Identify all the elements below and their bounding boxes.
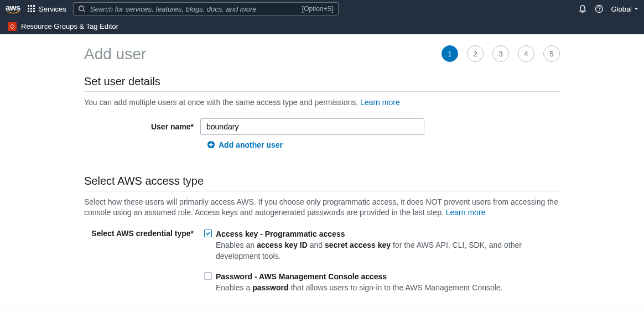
- username-input[interactable]: [200, 118, 424, 135]
- plus-circle-icon: [207, 140, 215, 149]
- main-content: Add user 1 2 3 4 5 Set user details You …: [0, 34, 644, 318]
- access-key-checkbox[interactable]: [204, 230, 212, 237]
- svg-point-3: [599, 11, 600, 12]
- wizard-step-5[interactable]: 5: [543, 45, 560, 62]
- help-button[interactable]: [594, 4, 604, 14]
- help-icon: [595, 4, 604, 13]
- caret-down-icon: [634, 7, 638, 11]
- credential-type-label: Select AWS credential type*: [84, 228, 200, 262]
- section-access-type-helper: Select how these users will primarily ac…: [84, 197, 560, 218]
- password-title: Password - AWS Management Console access: [216, 271, 560, 282]
- section-user-details-title: Set user details: [84, 75, 560, 92]
- username-label: User name*: [84, 122, 200, 131]
- search-icon: [78, 5, 86, 13]
- wizard-step-4[interactable]: 4: [518, 45, 534, 62]
- wizard-step-3[interactable]: 3: [492, 45, 509, 62]
- wizard-step-2[interactable]: 2: [467, 45, 484, 62]
- search-shortcut: [Option+S]: [302, 5, 334, 13]
- grid-icon: [28, 5, 35, 13]
- access-key-option: Access key - Programmatic access Enables…: [216, 228, 560, 262]
- access-key-title: Access key - Programmatic access: [216, 228, 560, 239]
- section-access-type-title: Select AWS access type: [84, 175, 560, 191]
- svg-point-0: [79, 6, 84, 11]
- global-search[interactable]: [Option+S]: [73, 2, 339, 15]
- add-another-user-label: Add another user: [219, 140, 283, 149]
- region-label: Global: [611, 5, 632, 13]
- services-menu-button[interactable]: Services: [28, 5, 66, 13]
- resource-groups-icon: [8, 22, 17, 31]
- top-navbar: aws Services [Option+S] Global: [0, 0, 644, 18]
- search-input[interactable]: [90, 5, 298, 13]
- aws-logo[interactable]: aws: [6, 3, 21, 14]
- check-icon: [205, 231, 211, 236]
- region-selector[interactable]: Global: [611, 5, 638, 13]
- wizard-steps: 1 2 3 4 5: [442, 45, 560, 62]
- add-another-user-button[interactable]: Add another user: [207, 140, 560, 149]
- section-user-details-helper: You can add multiple users at once with …: [84, 97, 560, 108]
- resource-groups-link[interactable]: Resource Groups & Tag Editor: [21, 22, 118, 30]
- wizard-step-1[interactable]: 1: [442, 45, 458, 62]
- service-navbar: Resource Groups & Tag Editor: [0, 18, 644, 34]
- svg-line-1: [83, 11, 85, 13]
- wizard-footer: * Required Cancel Next: Permissions: [84, 310, 560, 318]
- password-checkbox[interactable]: [204, 272, 212, 280]
- bell-icon: [578, 4, 587, 13]
- page-title: Add user: [84, 45, 146, 63]
- learn-more-link[interactable]: Learn more: [360, 98, 400, 107]
- services-label: Services: [39, 5, 66, 13]
- learn-more-link-2[interactable]: Learn more: [446, 208, 486, 217]
- notifications-button[interactable]: [578, 4, 588, 14]
- password-option: Password - AWS Management Console access…: [216, 271, 560, 294]
